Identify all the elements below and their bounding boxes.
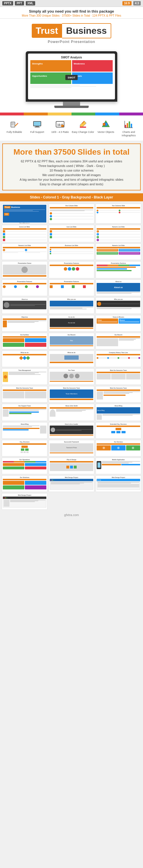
slide-trust-business: Trust Business Trust Business <box>2 204 47 224</box>
svg-rect-10 <box>61 125 64 127</box>
monitor-stand <box>63 102 80 106</box>
slide-header <box>3 228 46 230</box>
slide-about-ming-2: About Ming <box>2 422 47 439</box>
slide-header <box>3 407 46 409</box>
text-lines <box>97 308 140 309</box>
slide-numeric-list-2: Numeric List Slide 1 2 <box>2 243 47 260</box>
fully-editable-icon <box>9 119 20 129</box>
slide-title: Presentation Owner <box>3 262 46 264</box>
slide-title: Our Services <box>97 441 140 443</box>
slide-header <box>97 207 140 209</box>
ribbon-yellow <box>48 113 71 116</box>
slide-about-us: About us About us <box>96 279 141 296</box>
fully-editable-label: Fully Editable <box>7 131 22 134</box>
slide-header <box>3 336 46 338</box>
feature-easy-color: Easy Change Color <box>71 119 94 137</box>
slide-title: What we do <box>50 352 93 353</box>
full-support-icon <box>32 119 43 129</box>
slide-title: Presentation Features <box>3 281 46 282</box>
slide-who-are: Who you are <box>48 297 94 314</box>
slide-title: Presentation Features <box>50 281 93 282</box>
slide-header <box>3 318 46 320</box>
slide-title: Presentation Sections <box>97 262 140 264</box>
slide-title: Successful Teamwork <box>50 441 93 443</box>
slide-title: Meet the Awesome Team <box>50 387 93 389</box>
slide-header <box>3 247 46 248</box>
slide-header <box>97 372 140 373</box>
sub-tagline: More Than 300 Unique Slides · 37500+ Sli… <box>3 14 140 17</box>
slide-branch-2: Our Branch <box>96 333 141 349</box>
svg-rect-11 <box>80 127 86 128</box>
slide-text-deco <box>30 85 113 88</box>
text-lines <box>50 482 93 484</box>
text-lines <box>9 409 46 411</box>
slide-title: Web Design Project <box>3 494 46 496</box>
slide-title: About Ming <box>3 423 46 425</box>
header-banner: Simply all you need you will find in thi… <box>0 7 143 19</box>
slide-what-we-do-2: What we do <box>48 350 94 367</box>
slide-about-ming: About Ming About Ming <box>96 404 141 421</box>
slide-header <box>50 265 93 266</box>
feature-vector: Vector Objects <box>94 119 117 137</box>
bullet-5: A big section for your business, and ton… <box>7 177 136 182</box>
slide-web-design-3: Web Design Project <box>2 493 47 510</box>
text-lines <box>102 461 140 463</box>
svg-rect-6 <box>35 126 39 127</box>
slide-header <box>50 283 93 284</box>
feature-ratio: 16:9 16/9 - 4:3 Ratio <box>48 119 71 137</box>
slide-team-meet-3: Meet the Awesome Team Team Members <box>48 386 94 403</box>
slide-title: Numeric List Slide <box>97 226 140 228</box>
watermark: gfxtra.com <box>0 511 143 519</box>
slide-title: Presentation Features <box>50 262 93 264</box>
feature-charts: Charts and Infographics <box>117 119 140 137</box>
text-lines <box>9 372 46 375</box>
easy-color-label: Easy Change Color <box>72 131 94 134</box>
ribbon-orange <box>24 113 47 116</box>
slide-title: About John Smith <box>50 405 93 407</box>
slide-title: Icons List Slide <box>3 226 46 228</box>
slide-about-person: About John Smith <box>48 404 94 421</box>
two-col <box>97 210 140 213</box>
slide-header <box>97 228 140 230</box>
slide-header <box>97 426 140 427</box>
slide-title: One Column Slide <box>50 205 93 207</box>
slide-who-are-2: Who you are <box>96 297 141 314</box>
slide-team-meet: Meet the Awesome Team <box>96 368 141 385</box>
easy-color-icon <box>77 119 89 129</box>
slide-title: Plan & Design <box>50 459 93 461</box>
text-lines <box>7 320 46 323</box>
slide-title: Who you are <box>50 299 93 300</box>
ribbon-purple <box>119 113 143 116</box>
slide-title: Numeric List Slide <box>3 245 46 246</box>
slide-footer <box>50 399 93 400</box>
slide-support-team: Our Support Team <box>2 404 47 421</box>
slide-title: Org. Structure <box>3 441 46 443</box>
slide-features: Presentation Features <box>48 261 94 278</box>
ribbon-green <box>71 113 95 116</box>
slide-title: Objective <box>3 316 46 318</box>
slide-header <box>3 443 46 445</box>
svg-rect-7 <box>35 127 40 127</box>
slide-business-list: Business List Slide <box>48 243 94 260</box>
slide-title: About us <box>97 281 140 282</box>
svg-rect-1 <box>11 123 14 123</box>
slide-teamwork: Successful Teamwork Teamwork Photo <box>48 440 94 457</box>
slides-grid: Trust Business Trust Business One Co <box>2 204 141 510</box>
slide-title: Our Support Team <box>3 405 46 407</box>
slide-person-owner: Presentation Owner <box>2 261 47 278</box>
svg-rect-18 <box>131 124 132 128</box>
slide-services: Our Services <box>96 440 141 457</box>
slide-numeric-list-3: Numeric List Slide <box>96 243 141 260</box>
slide-title: Company History Time Line <box>97 352 140 353</box>
slide-title: Our Branch <box>97 334 140 336</box>
slide-header <box>50 461 93 463</box>
monitor: SWOT Analysis Strengths Weakness Opportu… <box>26 51 117 102</box>
bullet-2: Three backgrounds used ( White - Dark - … <box>7 163 136 168</box>
slide-header <box>3 479 46 480</box>
slide-as-we-do: As we do As we do <box>48 315 94 332</box>
slide-header <box>3 283 46 284</box>
logo-box: Trust Business <box>32 23 112 38</box>
text-lines <box>119 338 140 341</box>
slide-header <box>3 390 46 391</box>
text-lines <box>50 307 93 309</box>
